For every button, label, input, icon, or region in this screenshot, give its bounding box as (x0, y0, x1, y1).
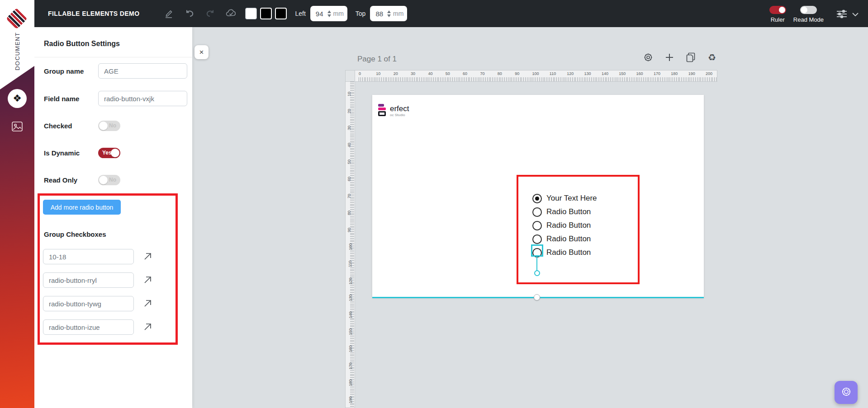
checkbox-field-row (43, 319, 174, 335)
black-color-swatch-2[interactable] (275, 8, 287, 19)
ruler-label: 60 (347, 177, 351, 181)
recycle-icon[interactable]: ♻ (706, 52, 718, 63)
group-name-row: Group name (44, 63, 189, 79)
checkbox-field-input-4[interactable] (43, 319, 134, 335)
elements-nav-button[interactable]: ❖ (8, 89, 27, 108)
checkbox-field-input-2[interactable] (43, 272, 134, 288)
app-window: FILLABLE ELEMENTS DEMO (0, 0, 868, 408)
redo-icon[interactable] (204, 8, 216, 19)
checkbox-field-input-3[interactable] (43, 296, 134, 311)
is-dynamic-row: Is Dynamic Yes (44, 145, 189, 160)
checkbox-field-row (43, 272, 174, 288)
ruler-label: 90 (347, 228, 351, 232)
radio-option-label[interactable]: Radio Button (546, 234, 591, 244)
radio-icon[interactable] (532, 234, 542, 244)
ruler-label: 130 (584, 71, 591, 76)
ruler-label: 30 (411, 71, 415, 76)
left-position-input[interactable]: 94 mm (310, 6, 347, 21)
ruler-label: 40 (428, 71, 432, 76)
elements-diamonds-icon: ❖ (13, 94, 22, 103)
ruler-label: 90 (515, 71, 519, 76)
support-fab-button[interactable] (835, 381, 858, 404)
is-dynamic-toggle[interactable]: Yes (98, 148, 120, 158)
radio-option-label[interactable]: Radio Button (546, 221, 591, 230)
ruler-label: 10 (376, 71, 380, 76)
white-color-swatch[interactable] (245, 8, 257, 19)
close-panel-button[interactable]: × (194, 45, 209, 59)
select-on-canvas-icon[interactable] (142, 275, 152, 285)
left-unit-label: mm (333, 10, 344, 17)
checked-toggle[interactable]: No (98, 121, 120, 131)
page-resize-handle[interactable] (534, 294, 540, 300)
edit-pencil-icon[interactable] (163, 8, 175, 19)
ruler-corner (345, 70, 355, 82)
page-indicator: Page 1 of 1 (357, 55, 397, 64)
radio-icon[interactable] (532, 207, 542, 217)
ruler-label: 100 (348, 244, 353, 250)
toolbar-right-group: Ruler Read Mode (769, 4, 859, 23)
read-only-row: Read Only No (44, 172, 189, 188)
radio-icon-checked[interactable] (532, 194, 542, 203)
group-name-input[interactable] (98, 63, 187, 79)
read-only-label: Read Only (44, 176, 98, 184)
read-only-toggle[interactable]: No (98, 175, 120, 185)
select-on-canvas-icon[interactable] (142, 299, 152, 309)
top-stepper[interactable] (387, 10, 391, 17)
radio-option-label[interactable]: Radio Button (546, 207, 591, 216)
ruler-label: 100 (532, 71, 539, 76)
chevron-down-icon[interactable] (852, 11, 859, 19)
duplicate-page-icon[interactable] (685, 52, 697, 63)
radio-option-label[interactable]: Radio Button (546, 248, 591, 257)
add-more-radio-button[interactable]: Add more radio button (43, 200, 121, 215)
ruler-label: 10 (347, 92, 351, 96)
ruler-label: 140 (602, 71, 608, 76)
top-unit-label: mm (393, 10, 403, 17)
ruler-label: 50 (446, 71, 450, 76)
filters-icon[interactable] (835, 9, 848, 21)
radio-option-5: Radio Button (532, 246, 591, 259)
ruler-label: 120 (348, 277, 353, 284)
left-position-value[interactable]: 94 (316, 10, 327, 18)
radio-icon-selected-element[interactable] (532, 248, 542, 258)
top-position-label: Top (356, 10, 366, 17)
left-stepper[interactable] (327, 10, 331, 17)
read-mode-toggle-group: Read Mode (793, 4, 824, 23)
left-navigation-rail: DOCUMENT ❖ (0, 0, 34, 408)
ruler-label: 190 (348, 396, 353, 403)
ruler-label: 120 (567, 71, 574, 76)
checkbox-field-input-1[interactable] (43, 249, 134, 264)
radio-icon[interactable] (532, 221, 542, 230)
ruler-toggle[interactable] (769, 6, 786, 14)
add-page-icon[interactable] (664, 52, 675, 63)
selection-drag-handle[interactable] (534, 270, 540, 276)
ruler-label: 200 (706, 71, 712, 76)
ruler-label: 180 (348, 380, 353, 386)
images-nav-button[interactable] (11, 121, 23, 134)
field-name-input[interactable] (98, 91, 187, 106)
select-on-canvas-icon[interactable] (142, 322, 152, 332)
group-checkboxes-label: Group Checkboxes (44, 230, 106, 238)
page-settings-gear-icon[interactable] (642, 52, 654, 63)
is-dynamic-label: Is Dynamic (44, 149, 98, 157)
top-toolbar: FILLABLE ELEMENTS DEMO (34, 0, 868, 27)
read-mode-toggle[interactable] (800, 6, 817, 14)
ruler-label: 30 (347, 126, 351, 130)
radio-button-settings-panel: Radio Button Settings Group name Field n… (34, 27, 192, 408)
undo-icon[interactable] (184, 8, 195, 19)
select-on-canvas-icon[interactable] (142, 252, 152, 262)
brand-glyph-icon (378, 103, 388, 117)
selection-connector-line (536, 257, 537, 271)
ruler-label: 60 (463, 71, 467, 76)
ruler-label: 70 (347, 194, 351, 198)
black-color-swatch[interactable] (260, 8, 272, 19)
document-title: FILLABLE ELEMENTS DEMO (48, 10, 139, 17)
top-position-value[interactable]: 88 (375, 10, 387, 18)
radio-option-label[interactable]: Your Text Here (546, 194, 597, 203)
top-position-input[interactable]: 88 mm (370, 6, 407, 21)
radio-option-4: Radio Button (532, 232, 591, 246)
is-dynamic-toggle-state: Yes (102, 148, 112, 158)
horizontal-ruler: 0102030405060708090100110120130140150160… (355, 70, 717, 82)
cloud-check-icon[interactable] (225, 8, 237, 19)
field-name-row: Field name (44, 91, 189, 106)
checked-row: Checked No (44, 118, 189, 133)
